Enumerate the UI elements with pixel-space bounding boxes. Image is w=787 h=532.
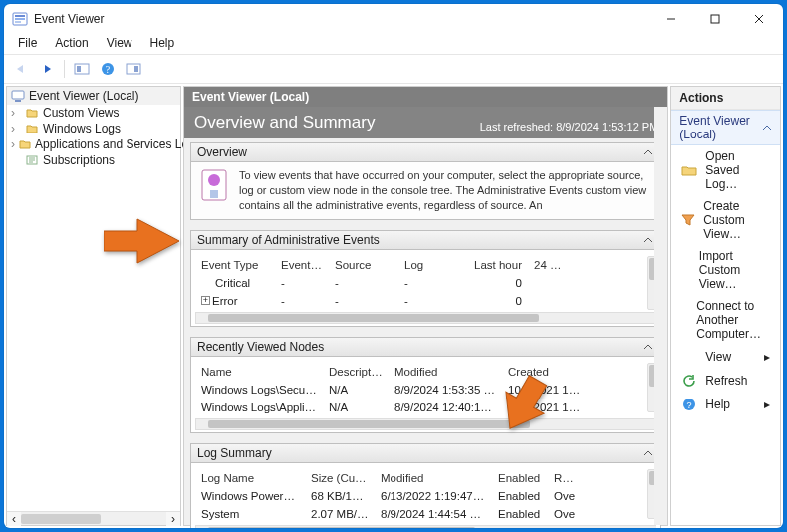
console-tree[interactable]: Event Viewer (Local) ›Custom Views ›Wind… [6, 86, 181, 526]
action-import-custom-view[interactable]: Import Custom View… [671, 245, 780, 295]
summary-horizontal-scrollbar[interactable] [195, 312, 656, 324]
col-last-hour[interactable]: Last hour [468, 256, 528, 274]
overview-section-header[interactable]: Overview [190, 142, 661, 162]
tree-root[interactable]: Event Viewer (Local) [29, 89, 139, 103]
svg-rect-13 [134, 66, 138, 72]
action-view-submenu[interactable]: View ▸ [671, 345, 780, 369]
log-section-label: Log Summary [197, 446, 272, 460]
chevron-up-icon[interactable] [641, 145, 655, 159]
last-refreshed-label: Last refreshed: [480, 121, 553, 133]
chevron-right-icon: ▸ [764, 398, 770, 411]
expand-plus-icon[interactable]: + [201, 296, 210, 305]
actions-pane: Actions Event Viewer (Local) Open Saved … [670, 86, 781, 526]
actions-context[interactable]: Event Viewer (Local) [671, 110, 780, 145]
nav-back-button [10, 58, 32, 80]
svg-rect-2 [15, 18, 25, 20]
summary-section-header[interactable]: Summary of Administrative Events [190, 230, 661, 250]
menu-help[interactable]: Help [142, 34, 183, 52]
help-button[interactable]: ? [97, 58, 119, 80]
nav-forward-button[interactable] [36, 58, 58, 80]
folder-icon [25, 122, 39, 135]
col-enabled[interactable]: Enabled [492, 469, 548, 487]
col-event-type[interactable]: Event Type [195, 256, 275, 274]
refresh-icon [681, 373, 697, 389]
close-button[interactable] [737, 4, 781, 34]
tree-item[interactable]: Subscriptions [43, 153, 115, 167]
tree-item[interactable]: Windows Logs [43, 122, 121, 135]
menubar: File Action View Help [4, 34, 783, 55]
col-created[interactable]: Created [502, 363, 592, 381]
menu-action[interactable]: Action [47, 34, 96, 52]
col-name[interactable]: Name [195, 363, 323, 381]
minimize-button[interactable] [650, 4, 693, 34]
svg-text:?: ? [687, 400, 692, 410]
chevron-up-icon[interactable] [641, 233, 655, 247]
details-vertical-scrollbar[interactable] [654, 107, 667, 525]
action-help-submenu[interactable]: ? Help ▸ [671, 393, 780, 416]
tree-item[interactable]: Applications and Services Logs [35, 137, 201, 151]
svg-rect-14 [12, 91, 24, 99]
toolbar-divider [64, 60, 65, 78]
overview-graphic-icon [199, 168, 231, 213]
expand-icon[interactable]: › [11, 106, 21, 120]
subscriptions-icon [25, 153, 39, 167]
chevron-right-icon: ▸ [764, 350, 770, 364]
chevron-up-icon[interactable] [641, 340, 655, 354]
svg-text:?: ? [106, 64, 111, 75]
svg-rect-3 [15, 21, 21, 23]
col-event-id[interactable]: Event ID [275, 256, 329, 274]
recent-horizontal-scrollbar[interactable] [195, 418, 656, 430]
folder-open-icon [681, 162, 697, 178]
action-open-saved-log[interactable]: Open Saved Log… [671, 145, 780, 195]
col-size[interactable]: Size (Curre… [305, 469, 375, 487]
titlebar: Event Viewer [4, 4, 783, 34]
toolbar: ? [4, 55, 783, 84]
action-refresh[interactable]: Refresh [671, 369, 780, 393]
summary-row[interactable]: Critical - - - 0 [195, 274, 656, 292]
actions-header: Actions [671, 87, 780, 110]
funnel-icon [681, 212, 695, 228]
svg-point-18 [208, 174, 220, 186]
svg-rect-1 [15, 15, 25, 17]
col-log[interactable]: Log [398, 256, 468, 274]
collapse-up-icon[interactable] [762, 123, 772, 133]
summary-section-label: Summary of Administrative Events [197, 233, 380, 247]
maximize-button[interactable] [693, 4, 737, 34]
recent-section-label: Recently Viewed Nodes [197, 340, 324, 354]
log-horizontal-scrollbar[interactable] [195, 525, 656, 528]
col-retention[interactable]: Rete [548, 469, 582, 487]
col-description[interactable]: Description [323, 363, 389, 381]
tree-item[interactable]: Custom Views [43, 106, 119, 120]
details-header: Event Viewer (Local) [184, 87, 667, 107]
overview-text: To view events that have occurred on you… [239, 168, 653, 213]
col-source[interactable]: Source [329, 256, 398, 274]
col-modified[interactable]: Modified [375, 469, 492, 487]
recent-row[interactable]: Windows Logs\Security N/A 8/9/2024 1:53:… [195, 381, 656, 399]
action-create-custom-view[interactable]: Create Custom View… [671, 195, 780, 245]
summary-row[interactable]: +Error - - - 0 [195, 292, 656, 310]
menu-file[interactable]: File [10, 34, 45, 52]
expand-icon[interactable]: › [11, 122, 21, 135]
show-hide-tree-button[interactable] [71, 58, 93, 80]
tree-horizontal-scrollbar[interactable]: ‹› [7, 511, 180, 525]
log-row[interactable]: System 2.07 MB/2… 8/9/2024 1:44:54 PM En… [195, 505, 656, 523]
app-icon [12, 11, 28, 27]
help-icon: ? [681, 397, 697, 412]
col-24hours[interactable]: 24 hou [528, 256, 572, 274]
col-log-name[interactable]: Log Name [195, 469, 305, 487]
col-modified[interactable]: Modified [389, 363, 502, 381]
recent-section-header[interactable]: Recently Viewed Nodes [190, 337, 661, 357]
show-hide-action-button[interactable] [123, 58, 144, 80]
log-row[interactable]: Windows PowerShell 68 KB/15 … 6/13/2022 … [195, 487, 656, 505]
svg-rect-15 [15, 100, 21, 102]
window-title: Event Viewer [34, 12, 104, 26]
chevron-up-icon[interactable] [641, 446, 655, 460]
folder-icon [25, 106, 39, 120]
menu-view[interactable]: View [99, 34, 140, 52]
computer-icon [11, 89, 25, 103]
action-connect-computer[interactable]: Connect to Another Computer… [671, 295, 780, 345]
details-pane: Event Viewer (Local) Overview and Summar… [183, 86, 668, 526]
expand-icon[interactable]: › [11, 137, 15, 151]
log-section-header[interactable]: Log Summary [190, 443, 661, 463]
recent-row[interactable]: Windows Logs\Application N/A 8/9/2024 12… [195, 399, 656, 416]
